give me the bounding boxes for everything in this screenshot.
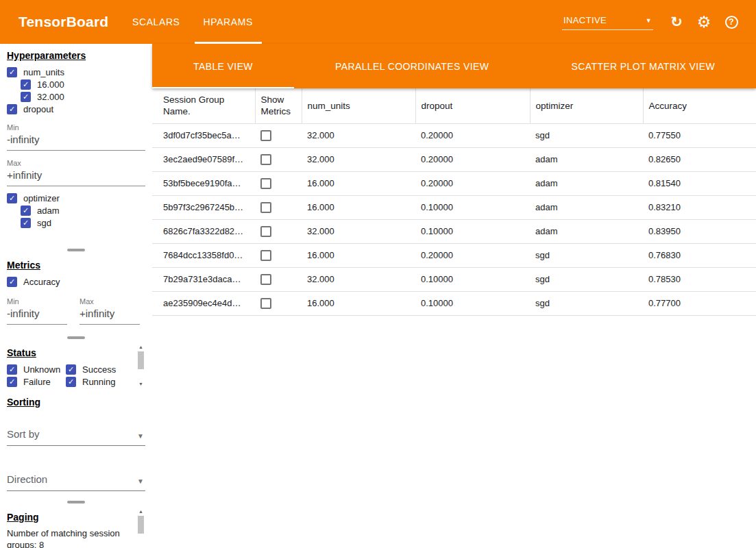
scroll-up-icon[interactable]: ▲ xyxy=(138,508,143,515)
checkbox-checked-icon[interactable]: ✓ xyxy=(7,67,17,77)
col-header-dropout[interactable]: dropout xyxy=(415,88,530,123)
status-dropdown[interactable]: INACTIVE ▼ xyxy=(562,14,653,30)
optimizer-cell: adam xyxy=(530,171,643,195)
col-header-num-units[interactable]: num_units xyxy=(302,88,415,123)
settings-button[interactable]: ⚙ xyxy=(690,8,718,36)
optimizer-option-adam-row[interactable]: ✓ adam xyxy=(21,204,145,216)
session-group-name-cell: 3df0d7cf35bec5a… xyxy=(152,123,255,147)
col-header-optimizer[interactable]: optimizer xyxy=(530,88,643,123)
session-group-name-cell: 53bf5bece9190fa… xyxy=(152,171,255,195)
num-units-option-16-row[interactable]: ✓ 16.000 xyxy=(21,78,145,90)
accuracy-cell: 0.77550 xyxy=(643,123,756,147)
paging-scrollbar[interactable]: ▲ xyxy=(137,508,145,545)
checkbox-checked-icon[interactable]: ✓ xyxy=(7,377,17,387)
optimizer-option-sgd-label: sgd xyxy=(37,218,51,228)
dropout-checkbox-row[interactable]: ✓ dropout xyxy=(7,103,145,115)
checkbox-checked-icon[interactable]: ✓ xyxy=(7,193,17,203)
status-success-row[interactable]: ✓ Success xyxy=(66,363,132,375)
dropout-cell: 0.10000 xyxy=(415,195,530,219)
session-group-name-cell: ae235909ec4e4d… xyxy=(152,291,255,315)
show-metrics-checkbox[interactable] xyxy=(260,298,271,309)
col-header-show-metrics[interactable]: Show Metrics xyxy=(255,88,302,123)
show-metrics-cell xyxy=(255,123,302,147)
optimizer-label: optimizer xyxy=(23,193,60,203)
pane-resize-handle[interactable] xyxy=(0,499,152,506)
view-tab-parallel-coordinates[interactable]: PARALLEL COORDINATES VIEW xyxy=(294,44,530,88)
show-metrics-checkbox[interactable] xyxy=(260,202,271,213)
hyperparameters-heading: Hyperparameters xyxy=(7,50,145,61)
accuracy-cell: 0.83950 xyxy=(643,219,756,243)
show-metrics-cell xyxy=(255,147,302,171)
view-tab-parallel-coordinates-label: PARALLEL COORDINATES VIEW xyxy=(335,61,489,72)
checkbox-checked-icon[interactable]: ✓ xyxy=(21,92,31,102)
show-metrics-checkbox[interactable] xyxy=(260,226,271,237)
accuracy-cell: 0.81540 xyxy=(643,171,756,195)
num-units-cell: 32.000 xyxy=(302,267,415,291)
accuracy-min-field: Min xyxy=(7,289,67,325)
num-units-option-32-row[interactable]: ✓ 32.000 xyxy=(21,90,145,103)
view-tabs: TABLE VIEW PARALLEL COORDINATES VIEW SCA… xyxy=(152,44,756,88)
col-header-session-group-name[interactable]: Session Group Name. xyxy=(152,88,255,123)
optimizer-option-sgd-row[interactable]: ✓ sgd xyxy=(21,216,145,229)
optimizer-checkbox-row[interactable]: ✓ optimizer xyxy=(7,192,145,204)
sort-by-select[interactable]: Sort by ▼ xyxy=(7,425,145,446)
status-failure-row[interactable]: ✓ Failure xyxy=(7,375,66,388)
checkbox-checked-icon[interactable]: ✓ xyxy=(7,104,17,114)
checkbox-checked-icon[interactable]: ✓ xyxy=(66,364,76,375)
num-units-checkbox-row[interactable]: ✓ num_units xyxy=(7,66,145,78)
scroll-up-icon[interactable]: ▲ xyxy=(138,344,143,351)
show-metrics-checkbox[interactable] xyxy=(260,154,271,165)
status-pane: Status ✓ Unknown ✓ Success ✓ Failure ✓ R… xyxy=(0,341,152,390)
show-metrics-checkbox[interactable] xyxy=(260,250,271,261)
num-units-label: num_units xyxy=(23,67,64,77)
tab-scalars-label: SCALARS xyxy=(132,16,180,27)
pane-resize-handle[interactable] xyxy=(0,247,152,253)
show-metrics-checkbox[interactable] xyxy=(260,178,271,189)
accuracy-checkbox-row[interactable]: ✓ Accuracy xyxy=(7,275,145,288)
checkbox-checked-icon[interactable]: ✓ xyxy=(21,218,31,228)
checkbox-checked-icon[interactable]: ✓ xyxy=(7,277,17,287)
direction-value: Direction xyxy=(7,473,47,485)
status-unknown-row[interactable]: ✓ Unknown xyxy=(7,363,66,375)
optimizer-cell: sgd xyxy=(530,243,643,267)
accuracy-minmax-row: Min Max xyxy=(7,289,145,325)
dropout-cell: 0.10000 xyxy=(415,219,530,243)
status-scroll-thumb[interactable] xyxy=(138,351,144,369)
accuracy-min-input[interactable] xyxy=(7,306,67,325)
checkbox-checked-icon[interactable]: ✓ xyxy=(21,79,31,90)
col-header-accuracy[interactable]: Accuracy xyxy=(643,88,756,123)
table-row: 7684dcc13358fd0… 16.000 0.20000 sgd 0.76… xyxy=(152,243,756,267)
tab-hparams[interactable]: HPARAMS xyxy=(192,0,265,44)
checkbox-checked-icon[interactable]: ✓ xyxy=(66,377,76,387)
accuracy-max-input[interactable] xyxy=(80,306,140,325)
scroll-down-icon[interactable]: ▼ xyxy=(138,381,143,388)
tab-scalars[interactable]: SCALARS xyxy=(121,0,192,44)
accuracy-cell: 0.78530 xyxy=(643,267,756,291)
sorting-heading: Sorting xyxy=(7,397,145,408)
help-button[interactable]: ? xyxy=(718,8,745,36)
status-scrollbar[interactable]: ▲ ▼ xyxy=(137,344,145,388)
view-tab-table[interactable]: TABLE VIEW xyxy=(152,44,294,88)
pane-resize-handle[interactable] xyxy=(0,334,152,341)
dropout-min-input[interactable] xyxy=(7,132,145,151)
status-running-row[interactable]: ✓ Running xyxy=(66,375,132,388)
table-view-container: Session Group Name. Show Metrics num_uni… xyxy=(152,88,756,548)
view-tab-scatter-plot-matrix[interactable]: SCATTER PLOT MATRIX VIEW xyxy=(530,44,756,88)
reload-button[interactable]: ↻ xyxy=(663,8,690,36)
dropout-cell: 0.10000 xyxy=(415,267,530,291)
table-row: 53bf5bece9190fa… 16.000 0.20000 adam 0.8… xyxy=(152,171,756,195)
top-app-bar: TensorBoard SCALARS HPARAMS INACTIVE ▼ ↻… xyxy=(0,0,756,44)
num-units-cell: 16.000 xyxy=(302,243,415,267)
show-metrics-cell xyxy=(255,243,302,267)
dropout-max-input[interactable] xyxy=(7,167,145,186)
paging-scroll-thumb[interactable] xyxy=(138,516,144,534)
direction-select[interactable]: Direction ▼ xyxy=(7,471,145,491)
show-metrics-checkbox[interactable] xyxy=(260,130,271,141)
checkbox-checked-icon[interactable]: ✓ xyxy=(7,364,17,375)
hparams-sidebar: Hyperparameters ✓ num_units ✓ 16.000 ✓ 3… xyxy=(0,44,152,548)
checkbox-checked-icon[interactable]: ✓ xyxy=(21,206,31,216)
dropout-min-label: Min xyxy=(7,123,145,132)
show-metrics-checkbox[interactable] xyxy=(260,274,271,285)
num-units-cell: 32.000 xyxy=(302,147,415,171)
show-metrics-cell xyxy=(255,195,302,219)
